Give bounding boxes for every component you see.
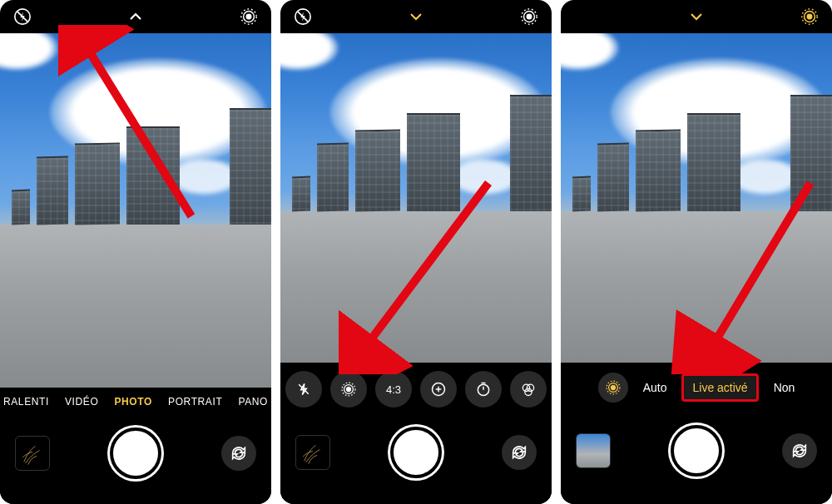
chevron-down-icon[interactable] <box>405 6 427 27</box>
mode-portrait[interactable]: PORTRAIT <box>168 396 222 408</box>
svg-line-7 <box>298 12 309 22</box>
aspect-ratio-button[interactable]: 4:3 <box>375 371 412 408</box>
live-photo-icon[interactable] <box>238 6 260 27</box>
gallery-thumbnail[interactable] <box>295 435 330 470</box>
mode-photo[interactable]: PHOTO <box>114 396 151 408</box>
filters-button[interactable] <box>510 371 547 408</box>
live-photo-option-icon[interactable] <box>598 373 628 403</box>
live-photo-on-icon[interactable] <box>799 6 820 27</box>
bottom-controls: RALENTI VIDÉO PHOTO PORTRAIT PANO <box>0 388 271 504</box>
top-bar <box>0 0 271 33</box>
svg-point-25 <box>807 14 812 19</box>
flash-off-icon[interactable] <box>12 6 33 27</box>
flash-tool-button[interactable] <box>285 371 322 408</box>
live-option-off[interactable]: Non <box>774 381 795 394</box>
shutter-button[interactable] <box>110 427 161 479</box>
shutter-row <box>561 408 832 504</box>
shutter-button[interactable] <box>671 425 722 477</box>
camera-viewfinder[interactable] <box>280 33 552 363</box>
gallery-thumbnail[interactable] <box>15 436 50 471</box>
live-option-auto[interactable]: Auto <box>643 381 667 394</box>
gallery-thumbnail[interactable] <box>576 433 611 468</box>
camera-modes[interactable]: RALENTI VIDÉO PHOTO PORTRAIT PANO <box>0 388 271 413</box>
exposure-button[interactable] <box>420 371 457 408</box>
svg-point-24 <box>525 388 532 395</box>
flash-off-icon[interactable] <box>292 6 314 27</box>
svg-point-23 <box>527 384 533 391</box>
bottom-controls: Auto Live activé Non <box>561 363 832 504</box>
bottom-controls: 4:3 <box>280 363 552 504</box>
live-photo-icon[interactable] <box>518 6 540 27</box>
switch-camera-button[interactable] <box>221 436 256 471</box>
live-photo-tool-button[interactable] <box>330 371 367 408</box>
mode-video[interactable]: VIDÉO <box>65 396 98 408</box>
top-bar <box>561 0 832 33</box>
svg-point-8 <box>527 14 532 19</box>
mode-ralenti[interactable]: RALENTI <box>3 396 49 408</box>
camera-screen-step2: 4:3 <box>280 0 552 504</box>
chevron-up-icon[interactable] <box>125 6 146 27</box>
live-photo-options: Auto Live activé Non <box>561 363 832 408</box>
camera-viewfinder[interactable] <box>0 33 271 388</box>
svg-point-13 <box>347 388 351 392</box>
svg-point-29 <box>611 386 615 390</box>
mode-pano[interactable]: PANO <box>238 396 268 408</box>
switch-camera-button[interactable] <box>782 433 817 468</box>
shutter-button[interactable] <box>390 427 442 478</box>
camera-screen-step3: Auto Live activé Non <box>561 0 832 504</box>
switch-camera-button[interactable] <box>502 435 537 470</box>
shutter-row <box>280 411 552 504</box>
top-bar <box>280 0 552 33</box>
timer-button[interactable] <box>465 371 502 408</box>
svg-point-2 <box>246 14 251 19</box>
shutter-row <box>0 413 271 504</box>
live-option-on[interactable]: Live activé <box>681 373 758 402</box>
camera-screen-step1: RALENTI VIDÉO PHOTO PORTRAIT PANO <box>0 0 271 504</box>
camera-viewfinder[interactable] <box>561 33 832 363</box>
svg-line-1 <box>17 12 28 22</box>
chevron-down-icon[interactable] <box>686 6 707 27</box>
camera-tools: 4:3 <box>280 363 552 411</box>
